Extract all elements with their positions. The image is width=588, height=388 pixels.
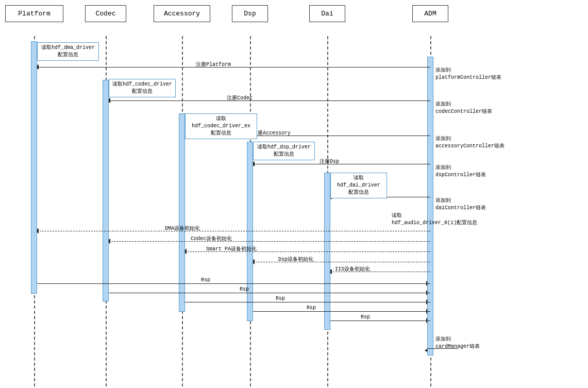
arrow-rsp-platform: [37, 283, 430, 284]
label-smartpa-init: Smart PA设备初始化: [206, 245, 257, 252]
arrow-codec-init: [109, 241, 430, 242]
label-add-codec-ctrl: 添加到codecController链表: [435, 101, 508, 115]
label-register-dsp: 注册Dsp: [320, 158, 339, 165]
label-add-dsp-ctrl: 添加到dspController链表: [435, 164, 508, 179]
activation-platform-1: [31, 41, 37, 294]
note-dsp-config: 读取hdf_dsp_driver配置信息: [253, 142, 315, 160]
arrow-rsp-accessory: [185, 302, 430, 302]
actor-codec: Codec: [85, 5, 126, 22]
label-register-codec: 注册Codec: [227, 94, 253, 102]
note-platform-dma: 读取hdf_dma_driver配置信息: [37, 42, 99, 61]
note-dai-config: 读取hdf_dai_driver配置信息: [330, 173, 387, 198]
label-rsp-dsp: Rsp: [307, 305, 316, 311]
actor-accessory: Accessory: [154, 5, 210, 22]
arrow-rsp-dsp: [253, 311, 430, 312]
actor-dsp: Dsp: [232, 5, 268, 22]
label-register-platform: 注册Platform: [196, 61, 231, 68]
note-accessory-config: 读取hdf_codec_driver_ex配置信息: [185, 113, 257, 139]
arrow-register-platform: [37, 67, 430, 68]
label-rsp-accessory: Rsp: [276, 296, 285, 301]
label-add-dai-ctrl: 添加到daiController链表: [435, 197, 508, 212]
activation-codec-1: [103, 80, 109, 301]
arrow-rsp-codec: [109, 293, 430, 293]
label-read-audio-config: 读取hdf_audio_driver_0(1)配置信息: [392, 212, 495, 227]
label-add-accessory-ctrl: 添加到accessoryController链表: [435, 136, 508, 150]
label-rsp-platform: Rsp: [201, 277, 210, 283]
sequence-diagram: Platform Codec Accessory Dsp Dai ADM 读取h…: [0, 0, 588, 388]
label-dma-init: DMA设备初始化: [165, 225, 200, 232]
label-rsp-dai: Rsp: [361, 314, 370, 320]
label-register-accessory: 注册Accessory: [253, 129, 291, 137]
arrow-register-dsp: [253, 164, 430, 164]
actor-platform: Platform: [5, 5, 63, 22]
arrow-rsp-dai: [330, 320, 430, 321]
activation-adm-1: [427, 57, 433, 356]
activation-dsp-1: [247, 142, 253, 321]
label-iis-init: IIS设备初始化: [335, 265, 370, 273]
note-codec-config: 读取hdf_codec_driver配置信息: [109, 79, 176, 97]
label-add-platform-ctrl: 添加到platformController链表: [435, 67, 508, 81]
arrow-dma-init: [37, 231, 430, 231]
actor-dai: Dai: [309, 5, 345, 22]
label-add-card-mgr: 添加到cardManager链表: [435, 336, 508, 350]
arrow-register-codec: [109, 100, 430, 101]
arrow-card-mgr: [427, 350, 428, 351]
label-dsp-init: Dsp设备初始化: [278, 256, 313, 263]
label-codec-init: Codec设备初始化: [191, 235, 232, 242]
label-rsp-codec: Rsp: [240, 286, 249, 292]
activation-accessory-1: [179, 113, 185, 312]
actor-adm: ADM: [412, 5, 448, 22]
